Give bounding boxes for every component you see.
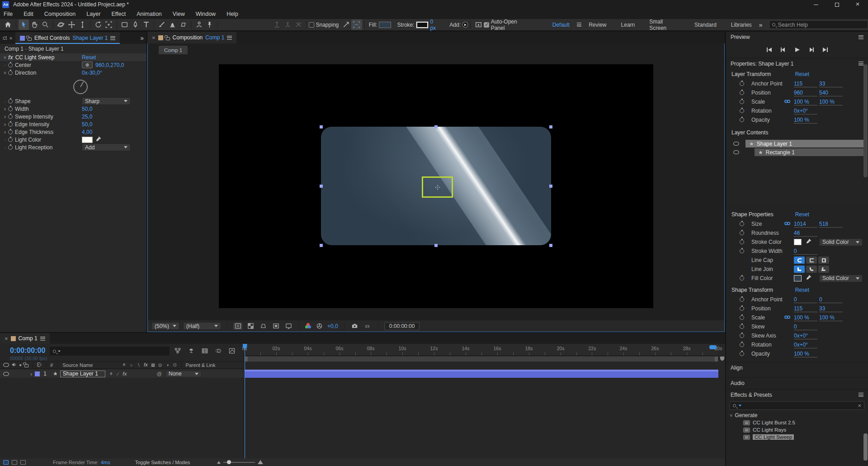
menu-layer[interactable]: Layer (86, 11, 100, 17)
param-value[interactable]: 960,0,270,0 (95, 62, 124, 68)
graph-editor-icon[interactable] (228, 347, 236, 356)
collapse-column-icon[interactable]: ☼ (128, 362, 134, 367)
lock-column-icon[interactable] (24, 364, 28, 367)
adjustment-column-icon[interactable]: ◑ (164, 362, 170, 367)
panel-scrollbar[interactable] (863, 64, 868, 177)
minimize-button[interactable] (806, 0, 826, 9)
menu-edit[interactable]: Edit (24, 11, 33, 17)
layer-duration-bar[interactable] (245, 370, 718, 378)
zoom-in-mountain-icon[interactable] (258, 460, 263, 464)
effect-item-cc-light-sweep[interactable]: 32 CC Light Sweep (726, 433, 868, 441)
effect-item-cc-light-rays[interactable]: 32 CC Light Rays (726, 426, 868, 433)
stopwatch-icon[interactable] (740, 81, 744, 86)
mask-visibility-icon[interactable] (259, 323, 268, 330)
expand-icon[interactable] (2, 113, 8, 120)
snapshot-camera-icon[interactable] (350, 323, 359, 330)
stroke-mode-dropdown[interactable]: Solid Color (819, 238, 863, 246)
panel-menu-icon[interactable] (110, 36, 115, 40)
pen-tool-icon[interactable] (130, 19, 141, 30)
timeline-tab[interactable]: Comp 1 (0, 333, 50, 344)
link-dimensions-icon[interactable] (784, 221, 791, 227)
stopwatch-icon[interactable] (740, 118, 744, 122)
fast-previews-icon[interactable] (233, 323, 242, 330)
pan-camera-tool-icon[interactable] (66, 19, 77, 30)
stopwatch-icon[interactable] (740, 100, 744, 104)
selection-handle[interactable] (549, 244, 552, 247)
effects-scrollbar[interactable] (863, 433, 868, 461)
param-value[interactable]: 0x-30,0° (82, 70, 102, 76)
light-color-swatch[interactable] (82, 137, 93, 143)
exposure-value[interactable]: +0,0 (327, 323, 338, 329)
eyedropper-icon[interactable] (805, 274, 812, 282)
stroke-color-swatch[interactable] (794, 239, 802, 245)
stopwatch-icon[interactable] (740, 324, 744, 329)
zoom-tool-icon[interactable] (40, 19, 51, 30)
stopwatch-icon[interactable] (8, 130, 13, 134)
playhead-line[interactable] (245, 344, 245, 458)
layer-visibility-icon[interactable] (3, 372, 9, 376)
selection-handle[interactable] (320, 244, 323, 247)
selection-handle[interactable] (434, 244, 438, 247)
line-cap-projecting-button[interactable] (818, 257, 829, 264)
pick-whip-icon[interactable] (157, 371, 162, 377)
home-tool-icon[interactable] (3, 19, 14, 30)
source-name-column[interactable]: Source Name (62, 362, 93, 368)
guides-grid-options-icon[interactable] (284, 323, 293, 330)
puppet-pin-tool-icon[interactable] (204, 19, 215, 30)
stopwatch-icon[interactable] (8, 107, 13, 111)
three-d-column-icon[interactable]: ⊙ (171, 362, 178, 367)
draft-3d-icon[interactable] (188, 347, 195, 356)
zoom-slider-thumb[interactable] (227, 460, 231, 464)
stopwatch-icon[interactable] (740, 352, 744, 356)
audio-title[interactable]: Audio (731, 380, 745, 386)
help-search-placeholder[interactable]: Search Help (778, 22, 808, 28)
orbit-camera-tool-icon[interactable] (56, 19, 66, 30)
video-column-icon[interactable] (3, 363, 9, 367)
camera-tool-icon[interactable] (104, 19, 114, 30)
eyedropper-icon[interactable] (805, 238, 812, 246)
stopwatch-icon[interactable] (740, 249, 744, 253)
local-axis-mode-icon[interactable] (272, 19, 283, 30)
panel-menu-icon[interactable] (227, 36, 232, 40)
link-dimensions-icon[interactable] (784, 314, 791, 321)
line-join-miter-button[interactable] (794, 266, 805, 273)
lock-icon[interactable] (28, 38, 32, 41)
motion-blur-column-icon[interactable]: ◎ (157, 362, 163, 367)
line-join-round-button[interactable] (806, 266, 817, 273)
panel-menu-icon[interactable] (859, 393, 863, 397)
stopwatch-icon[interactable] (740, 109, 744, 113)
project-tab-partial[interactable]: ct (0, 32, 15, 44)
line-cap-butt-button[interactable] (806, 257, 817, 264)
timeline-search-box[interactable] (50, 347, 170, 356)
workspace-small-screen[interactable]: Small Screen (649, 19, 680, 31)
effect-reset-link[interactable]: Reset (82, 54, 96, 61)
visibility-eye-icon[interactable] (733, 150, 739, 154)
stroke-label[interactable]: Stroke: (397, 22, 415, 28)
play-button[interactable] (794, 47, 800, 54)
snapping-checkbox[interactable] (309, 22, 314, 28)
workspace-overflow-icon[interactable] (759, 21, 763, 29)
anchor-point-highlight[interactable] (422, 176, 453, 198)
selection-handle[interactable] (320, 125, 323, 128)
auto-open-panel-checkbox[interactable] (484, 22, 489, 28)
effect-item-cc-light-burst[interactable]: 32 CC Light Burst 2.5 (726, 419, 868, 426)
stopwatch-icon[interactable] (8, 145, 13, 150)
label-column-icon[interactable] (36, 362, 42, 368)
rotation-tool-icon[interactable] (93, 19, 104, 30)
layer-name[interactable]: Shape Layer 1 (60, 371, 105, 377)
stopwatch-icon[interactable] (740, 90, 744, 95)
workspace-standard[interactable]: Standard (694, 22, 717, 28)
navigator-end-handle[interactable] (709, 345, 717, 349)
stopwatch-icon[interactable] (8, 71, 13, 75)
menu-window[interactable]: Window (196, 11, 216, 17)
selection-handle[interactable] (549, 125, 552, 128)
param-value[interactable]: 25,0 (82, 114, 92, 120)
menu-composition[interactable]: Composition (44, 11, 75, 17)
effect-header-row[interactable]: fx CC Light Sweep Reset (0, 53, 146, 61)
composition-tab[interactable]: Composition Comp 1 (147, 32, 236, 43)
stopwatch-icon[interactable] (740, 333, 744, 338)
param-value[interactable]: 50,0 (82, 106, 92, 112)
blend-icon[interactable] (20, 460, 26, 465)
stopwatch-icon[interactable] (8, 138, 13, 142)
stopwatch-icon[interactable] (8, 114, 13, 119)
